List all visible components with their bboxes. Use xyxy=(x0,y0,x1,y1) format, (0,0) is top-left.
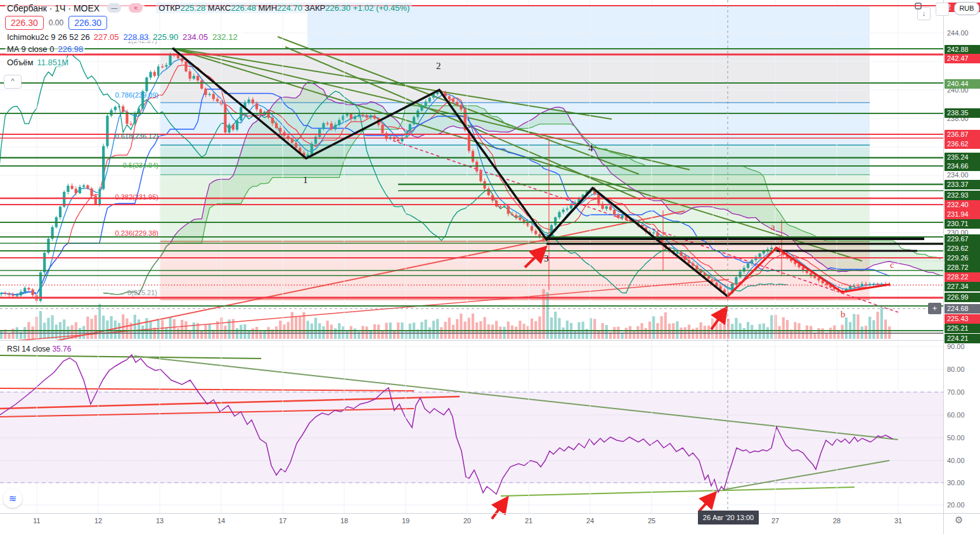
price-tick: 60.00 xyxy=(947,411,980,419)
ma-value: 226.98 xyxy=(58,44,83,54)
time-label[interactable]: 24 xyxy=(586,517,594,524)
wave-count-label[interactable]: 1 xyxy=(303,175,308,186)
time-label[interactable]: 18 xyxy=(340,517,348,524)
spread-value: 0.00 xyxy=(49,18,63,27)
rsi-trend-line xyxy=(501,487,854,496)
annotation-arrow[interactable] xyxy=(699,495,714,511)
price-tick: 20.00 xyxy=(947,501,980,509)
wave-tool-icon[interactable]: ≈ xyxy=(129,3,143,13)
ichimoku-value: 232.12 xyxy=(212,32,238,42)
price-tick: 40.00 xyxy=(947,457,980,464)
platform-logo-icon[interactable]: ≋ xyxy=(3,489,22,508)
price-tick: 80.00 xyxy=(947,366,980,373)
ichimoku-value: 227.05 xyxy=(94,32,119,42)
volume-label[interactable]: Объём xyxy=(7,58,33,67)
fib-level-label: 0.5(234.04) xyxy=(123,162,158,169)
maximize-pane-icon[interactable] xyxy=(936,3,949,16)
price-level-label: 226.99 xyxy=(945,293,980,302)
price-level-label: 238.35 xyxy=(945,108,980,118)
wave-count-label[interactable]: 2 xyxy=(436,61,441,72)
ichimoku-values: 227.05228.83225.90234.05232.12 xyxy=(94,32,242,42)
price-tick: 234.00 xyxy=(947,171,980,179)
add-alert-plus-button[interactable]: + xyxy=(928,303,941,314)
price-level-label: 233.37 xyxy=(945,180,980,189)
fib-level-label: 0.236(229.38) xyxy=(115,229,159,237)
wave-count-label[interactable]: b xyxy=(841,309,846,320)
ichimoku-value: 234.05 xyxy=(183,32,208,42)
price-level-label: 242.47 xyxy=(945,54,980,63)
rsi-pane xyxy=(0,346,943,505)
price-level-label: 228.22 xyxy=(945,272,980,282)
price-level-label: 234.66 xyxy=(945,162,980,171)
time-label[interactable]: 17 xyxy=(279,517,287,524)
price-level-label: 231.94 xyxy=(945,210,980,219)
rsi-band xyxy=(0,392,943,483)
fib-level-label: 0.786(239.09) xyxy=(115,91,159,99)
fib-level-label: 0.382(231.95) xyxy=(115,193,159,201)
wave-count-label[interactable]: 4 xyxy=(588,143,593,154)
time-label[interactable]: 13 xyxy=(156,517,164,524)
time-label[interactable]: 11 xyxy=(33,517,40,524)
annotation-arrow[interactable] xyxy=(492,500,506,519)
symbol-title[interactable]: Сбербанк · 1Ч · MOEX xyxy=(7,3,100,13)
price-level-label: 235.24 xyxy=(945,153,980,162)
trading-chart-window: { "header": { "symbol_title": "Сбербанк … xyxy=(0,0,980,534)
wave-count-label[interactable]: 3 xyxy=(544,253,549,264)
rsi-label[interactable]: RSI 14 close xyxy=(7,345,50,353)
price-level-label: 225.43 xyxy=(945,314,980,324)
sell-price-button[interactable]: 226.30 xyxy=(5,16,44,30)
price-level-label: 230.71 xyxy=(945,219,980,229)
price-tick: 90.00 xyxy=(947,343,980,350)
wave-count-label[interactable]: c xyxy=(890,260,894,270)
time-label[interactable]: 28 xyxy=(833,517,841,524)
time-label[interactable]: 25 xyxy=(648,517,655,524)
ichimoku-label[interactable]: Ichimoku2c 9 26 52 26 xyxy=(7,32,90,42)
fib-level-label: 0.618(236.12) xyxy=(115,132,159,140)
price-tick: 50.00 xyxy=(947,434,980,442)
rsi-trend-line xyxy=(0,388,414,391)
maximize-glyph xyxy=(915,3,922,10)
price-level-label: 227.34 xyxy=(945,282,980,291)
chart-canvas[interactable] xyxy=(0,0,980,534)
rsi-header: RSI 14 close 35.76 xyxy=(5,345,73,353)
crosshair-time-tooltip: 26 Авг '20 13:00 xyxy=(698,511,759,524)
open-value: 225.28 xyxy=(180,3,205,13)
price-level-label: 229.67 xyxy=(945,234,980,244)
low-value: 224.70 xyxy=(277,3,302,13)
legend: Сбербанк · 1Ч · MOEX — ≈ ОТКР225.28 МАКС… xyxy=(5,3,412,70)
price-tick: 244.00 xyxy=(947,29,980,37)
price-level-label: 224.21 xyxy=(945,334,980,343)
change-value: +1.02 (+0.45%) xyxy=(353,3,410,13)
time-label[interactable]: 21 xyxy=(525,517,532,524)
price-level-label: 229.62 xyxy=(945,244,980,253)
time-axis-separator xyxy=(0,513,980,514)
time-label[interactable]: 20 xyxy=(463,517,471,524)
fib-level-label: 0(225.21) xyxy=(127,289,157,296)
time-label[interactable]: 19 xyxy=(402,517,409,524)
ohlc-row: ОТКР225.28 МАКС226.48 МИН224.70 ЗАКР226.… xyxy=(156,3,412,13)
wave-count-label[interactable]: a xyxy=(771,222,775,232)
time-label[interactable]: 31 xyxy=(894,517,902,524)
close-value: 226.30 xyxy=(325,3,351,13)
ichimoku-value: 228.83 xyxy=(124,32,149,42)
hide-series-icon[interactable]: — xyxy=(107,3,121,13)
settings-gear-icon[interactable]: ⚙ xyxy=(955,514,963,526)
time-label[interactable]: 14 xyxy=(217,517,225,524)
pane-separator[interactable] xyxy=(0,340,943,341)
collapse-legend-button[interactable]: ^ xyxy=(4,75,22,89)
price-level-label: 236.62 xyxy=(945,139,980,149)
price-level-label: 240.44 xyxy=(945,79,980,89)
price-axis-separator[interactable] xyxy=(943,0,944,534)
buy-price-button[interactable]: 226.30 xyxy=(68,16,107,30)
currency-toggle-button[interactable]: RUB xyxy=(954,2,979,15)
ma-label[interactable]: MA 9 close 0 xyxy=(7,44,54,54)
price-level-label: 229.26 xyxy=(945,253,980,263)
rsi-value: 35.76 xyxy=(52,345,71,353)
high-value: 226.48 xyxy=(231,3,256,13)
price-level-label: 236.87 xyxy=(945,130,980,139)
wave-count-label[interactable]: 5 xyxy=(722,310,727,321)
price-level-label: 228.72 xyxy=(945,263,980,272)
time-label[interactable]: 27 xyxy=(771,517,779,524)
price-level-label: 232.40 xyxy=(945,200,980,210)
time-label[interactable]: 12 xyxy=(94,517,102,524)
